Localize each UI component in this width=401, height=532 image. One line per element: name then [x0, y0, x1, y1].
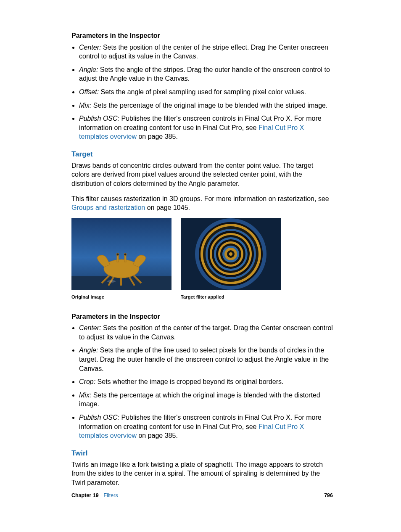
svg-point-6	[124, 253, 127, 256]
figure-row: Original image	[71, 218, 333, 300]
figure-caption: Original image	[71, 294, 171, 300]
param-text: Sets whether the image is cropped beyond…	[95, 378, 283, 385]
figure-caption: Target filter applied	[181, 294, 281, 300]
param-term: Center:	[79, 44, 101, 51]
param-text: Sets the position of the center of the s…	[79, 44, 328, 60]
section-title: Parameters in the Inspector	[71, 31, 333, 40]
param-term: Offset:	[79, 88, 99, 95]
heading-twirl: Twirl	[71, 449, 333, 458]
param-text: Sets the percentage of the original imag…	[91, 102, 327, 109]
param-text-after: on page 385.	[137, 133, 178, 140]
list-item: Mix: Sets the percentage at which the or…	[79, 391, 333, 409]
body-text: Draws bands of concentric circles outwar…	[71, 161, 333, 188]
list-item: Center: Sets the position of the center …	[79, 43, 333, 61]
figure-original: Original image	[71, 218, 171, 300]
list-item: Angle: Sets the angle of the stripes. Dr…	[79, 65, 333, 83]
param-text-after: on page 385.	[137, 432, 178, 439]
param-text: Sets the position of the center of the t…	[79, 324, 333, 341]
figure-target-applied: Target filter applied	[181, 218, 281, 300]
param-term: Crop:	[79, 378, 95, 385]
list-item: Mix: Sets the percentage of the original…	[79, 101, 333, 110]
param-text: Sets the angle of the line used to selec…	[79, 347, 329, 372]
svg-point-7	[107, 280, 116, 283]
list-item: Publish OSC: Publishes the filter's onsc…	[79, 413, 333, 440]
param-term: Mix:	[79, 392, 91, 399]
page-number: 796	[324, 492, 333, 499]
link-groups-rasterization[interactable]: Groups and rasterization	[71, 204, 145, 211]
param-text: Sets the angle of the stripes. Drag the …	[79, 66, 330, 82]
chapter-name[interactable]: Filters	[104, 492, 118, 499]
page-footer: Chapter 19 Filters 796	[71, 492, 333, 499]
body-text: Twirls an image like a fork twisting a p…	[71, 460, 333, 487]
target-filter-illustration	[181, 218, 281, 290]
param-text: Sets the percentage at which the origina…	[79, 392, 320, 408]
param-term: Mix:	[79, 102, 91, 109]
param-term: Publish OSC:	[79, 414, 119, 421]
list-item: Center: Sets the position of the center …	[79, 323, 333, 341]
param-term: Center:	[79, 324, 101, 331]
heading-target: Target	[71, 150, 333, 159]
param-list: Center: Sets the position of the center …	[71, 323, 333, 440]
document-page: Parameters in the Inspector Center: Sets…	[0, 0, 401, 532]
section-title: Parameters in the Inspector	[71, 312, 333, 321]
svg-point-2	[104, 259, 139, 278]
list-item: Offset: Sets the angle of pixel sampling…	[79, 87, 333, 97]
param-term: Angle:	[79, 347, 98, 354]
svg-rect-3	[117, 255, 119, 262]
original-image-illustration	[71, 218, 171, 290]
param-list: Center: Sets the position of the center …	[71, 43, 333, 141]
body-text-post: on page 1045.	[145, 204, 190, 211]
svg-point-24	[229, 252, 232, 256]
list-item: Crop: Sets whether the image is cropped …	[79, 377, 333, 386]
param-term: Publish OSC:	[79, 115, 119, 122]
svg-rect-4	[124, 255, 126, 262]
param-term: Angle:	[79, 66, 98, 73]
list-item: Angle: Sets the angle of the line used t…	[79, 346, 333, 373]
list-item: Publish OSC: Publishes the filter's onsc…	[79, 114, 333, 141]
body-text-pre: This filter causes rasterization in 3D g…	[71, 195, 329, 202]
body-text: This filter causes rasterization in 3D g…	[71, 194, 333, 212]
param-text: Sets the angle of pixel sampling used fo…	[99, 88, 306, 95]
svg-point-5	[116, 253, 119, 256]
chapter-label: Chapter 19	[71, 492, 99, 499]
